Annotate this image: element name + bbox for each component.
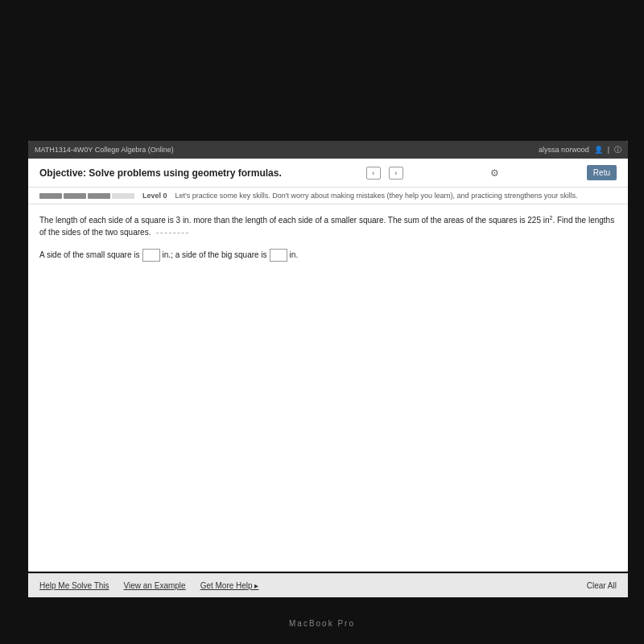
- top-bar-right: alyssa norwood 👤 | ⓘ: [539, 145, 621, 155]
- info-icon: ⓘ: [614, 145, 621, 155]
- problem-area: The length of each side of a square is 3…: [28, 204, 628, 572]
- big-square-input[interactable]: [270, 249, 287, 262]
- bottom-toolbar: Help Me Solve This View an Example Get M…: [28, 573, 628, 597]
- level-label: Level 0: [142, 192, 167, 200]
- content-area: Objective: Solve problems using geometry…: [28, 159, 628, 572]
- problem-statement: The length of each side of a square is 3…: [39, 214, 617, 238]
- help-me-solve-button[interactable]: Help Me Solve This: [39, 581, 109, 590]
- divider: |: [608, 146, 609, 154]
- progress-seg-2: [64, 193, 86, 199]
- help-text: Let's practice some key skills. Don't wo…: [175, 192, 617, 200]
- course-title: MATH1314-4W0Y College Algebra (Online): [35, 146, 174, 154]
- user-name: alyssa norwood: [539, 146, 589, 154]
- objective-title: Objective: Solve problems using geometry…: [39, 167, 282, 179]
- progress-bar-area: Level 0 Let's practice some key skills. …: [28, 188, 628, 204]
- progress-seg-4: [112, 193, 134, 199]
- answer-unit1: in.; a side of the big square is: [163, 248, 267, 262]
- progress-seg-3: [88, 193, 110, 199]
- progress-seg-1: [39, 193, 62, 199]
- bottom-left-links: Help Me Solve This View an Example Get M…: [39, 581, 258, 590]
- view-example-button[interactable]: View an Example: [124, 581, 186, 590]
- problem-text-1: The length of each side of a square is 3…: [39, 216, 550, 225]
- get-more-help-button[interactable]: Get More Help ▸: [200, 581, 259, 590]
- nav-prev-button[interactable]: ‹: [366, 167, 381, 180]
- hint-line: [156, 233, 188, 233]
- answer-line: A side of the small square is in.; a sid…: [39, 248, 617, 262]
- settings-icon[interactable]: ⚙: [488, 166, 502, 180]
- nav-arrows: ‹ ›: [366, 167, 403, 180]
- screen-bezel: MATH1314-4W0Y College Algebra (Online) a…: [0, 0, 644, 644]
- answer-unit2: in.: [290, 248, 299, 262]
- return-button[interactable]: Retu: [587, 165, 617, 180]
- answer-prefix: A side of the small square is: [39, 248, 140, 262]
- user-icon: 👤: [594, 146, 603, 154]
- small-square-input[interactable]: [142, 249, 160, 262]
- nav-next-button[interactable]: ›: [389, 167, 403, 180]
- macbook-label: MacBook Pro: [289, 619, 355, 628]
- browser-window: MATH1314-4W0Y College Algebra (Online) a…: [28, 141, 628, 572]
- clear-all-button[interactable]: Clear All: [587, 581, 617, 590]
- top-bar: MATH1314-4W0Y College Algebra (Online) a…: [28, 141, 628, 159]
- objective-bar: Objective: Solve problems using geometry…: [28, 159, 628, 188]
- progress-segments: [39, 193, 134, 199]
